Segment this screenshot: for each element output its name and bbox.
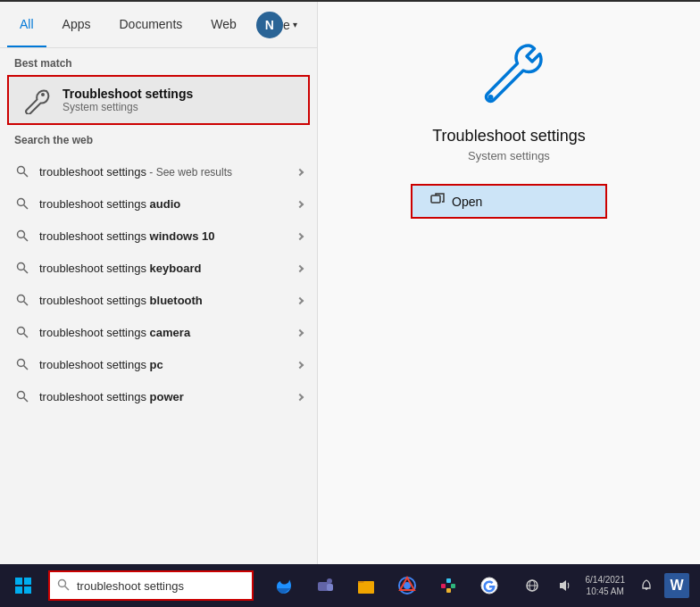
result-arrow-5 — [297, 326, 303, 338]
result-item-6[interactable]: troubleshoot settings pc — [0, 348, 317, 380]
tab-bar: All Apps Documents Web More ▾ N ··· ✕ — [0, 2, 317, 48]
edge-icon[interactable] — [264, 566, 304, 605]
svg-point-27 — [327, 578, 332, 584]
search-icon-3 — [14, 260, 30, 276]
result-text-7: troubleshoot settings power — [39, 390, 288, 403]
right-panel: Troubleshoot settings System settings Op… — [317, 2, 700, 564]
notification-tray-icon[interactable] — [632, 571, 661, 600]
svg-line-17 — [24, 398, 29, 403]
svg-marker-40 — [560, 580, 566, 591]
left-panel: All Apps Documents Web More ▾ N ··· ✕ Be… — [0, 2, 317, 564]
svg-rect-33 — [446, 578, 451, 583]
result-arrow-6 — [297, 358, 303, 370]
result-item-2[interactable]: troubleshoot settings windows 10 — [0, 220, 317, 252]
result-item-4[interactable]: troubleshoot settings bluetooth — [0, 284, 317, 316]
svg-point-12 — [18, 328, 25, 335]
tab-web[interactable]: Web — [198, 2, 249, 47]
search-icon-2 — [14, 228, 30, 244]
result-item-3[interactable]: troubleshoot settings keyboard — [0, 252, 317, 284]
best-match-text: Troubleshoot settings System settings — [62, 87, 193, 113]
tab-documents[interactable]: Documents — [106, 2, 195, 47]
svg-rect-32 — [441, 584, 446, 588]
taskbar-search-text: troubleshoot settings — [77, 579, 184, 593]
svg-line-15 — [24, 366, 29, 370]
open-btn-label: Open — [452, 195, 482, 209]
svg-point-6 — [18, 231, 25, 238]
search-icon-6 — [14, 356, 30, 372]
svg-line-9 — [24, 270, 29, 274]
result-text-5: troubleshoot settings camera — [39, 326, 288, 339]
google-icon[interactable] — [470, 566, 509, 605]
result-item-7[interactable]: troubleshoot settings power — [0, 380, 317, 412]
svg-rect-29 — [358, 581, 374, 594]
search-web-label: Search the web — [0, 125, 317, 152]
result-text-1: troubleshoot settings audio — [39, 197, 288, 211]
network-tray-icon[interactable] — [518, 571, 546, 600]
right-subtitle: System settings — [468, 149, 550, 162]
svg-point-24 — [59, 579, 66, 586]
right-title: Troubleshoot settings — [432, 127, 585, 146]
open-button[interactable]: Open — [411, 184, 607, 219]
taskbar-search-icon — [57, 578, 70, 594]
search-results: troubleshoot settings - See web results … — [0, 152, 317, 564]
result-text-0: troubleshoot settings - See web results — [39, 165, 288, 179]
slack-icon[interactable] — [429, 566, 468, 605]
search-icon-0 — [14, 163, 30, 179]
result-arrow-7 — [297, 390, 303, 403]
best-match-item[interactable]: Troubleshoot settings System settings — [7, 75, 310, 125]
svg-point-2 — [18, 167, 25, 174]
datetime-tray[interactable]: 6/14/2021 10:45 AM — [582, 571, 629, 600]
right-wrench-icon — [473, 37, 545, 109]
svg-point-8 — [18, 263, 25, 270]
file-explorer-icon[interactable] — [346, 566, 386, 605]
svg-point-16 — [18, 392, 25, 399]
result-text-2: troubleshoot settings windows 10 — [39, 229, 288, 243]
svg-point-18 — [488, 95, 494, 100]
svg-line-13 — [24, 334, 29, 338]
svg-line-11 — [24, 302, 29, 306]
teams-icon[interactable] — [305, 566, 345, 605]
svg-rect-21 — [24, 578, 31, 585]
best-match-subtitle: System settings — [62, 101, 193, 113]
svg-line-25 — [65, 586, 70, 590]
best-match-label: Best match — [0, 48, 317, 75]
result-item-0[interactable]: troubleshoot settings - See web results — [0, 155, 317, 187]
taskbar-search[interactable]: troubleshoot settings — [48, 570, 254, 601]
result-arrow-1 — [297, 197, 303, 210]
svg-rect-19 — [431, 195, 440, 203]
svg-rect-23 — [24, 586, 31, 594]
word-tray-icon[interactable]: W — [664, 573, 689, 598]
result-arrow-4 — [297, 294, 303, 306]
speaker-tray-icon[interactable] — [550, 571, 579, 600]
search-icon-4 — [14, 292, 30, 308]
taskbar-icons — [264, 566, 509, 605]
svg-rect-34 — [451, 584, 455, 588]
wrench-icon — [23, 86, 52, 114]
svg-point-14 — [18, 360, 25, 367]
tray-date: 6/14/2021 — [586, 574, 626, 586]
windows-button[interactable] — [4, 566, 43, 605]
svg-rect-35 — [446, 588, 451, 593]
chrome-icon[interactable] — [388, 566, 427, 605]
profile-badge[interactable]: N — [256, 12, 283, 38]
taskbar-tray: 6/14/2021 10:45 AM W — [518, 571, 697, 600]
result-text-4: troubleshoot settings bluetooth — [39, 294, 288, 307]
result-arrow-2 — [297, 229, 303, 242]
svg-line-5 — [24, 205, 29, 210]
result-item-1[interactable]: troubleshoot settings audio — [0, 187, 317, 220]
svg-rect-22 — [15, 586, 22, 594]
svg-rect-28 — [327, 584, 333, 591]
tray-time: 10:45 AM — [587, 586, 624, 597]
svg-rect-20 — [15, 578, 22, 585]
result-arrow-3 — [297, 262, 303, 274]
taskbar: troubleshoot settings — [0, 564, 700, 607]
tab-all[interactable]: All — [7, 2, 46, 47]
tab-apps[interactable]: Apps — [50, 2, 104, 47]
svg-line-3 — [24, 173, 29, 178]
result-item-5[interactable]: troubleshoot settings camera — [0, 316, 317, 348]
tab-more-chevron-icon: ▾ — [293, 20, 297, 29]
search-popup: All Apps Documents Web More ▾ N ··· ✕ Be… — [0, 2, 700, 564]
best-match-title: Troubleshoot settings — [62, 87, 193, 101]
result-text-6: troubleshoot settings pc — [39, 358, 288, 371]
search-icon-7 — [14, 388, 30, 404]
